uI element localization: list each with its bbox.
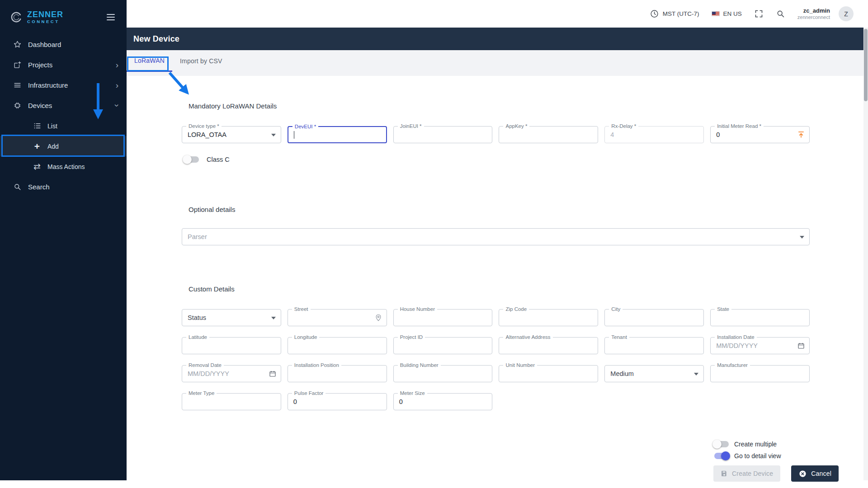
star-icon	[12, 39, 23, 50]
go-to-detail-label: Go to detail view	[734, 452, 781, 460]
installation-date-placeholder: MM/DD/YYYY	[716, 342, 758, 349]
topbar: MST (UTC-7) EN US zc_admin zennerconnect…	[127, 0, 868, 28]
parser-placeholder: Parser	[188, 233, 207, 240]
pulse-factor-field[interactable]: Pulse Factor 0	[288, 393, 387, 410]
devices-icon	[12, 100, 23, 111]
alternative-address-field[interactable]: Alternative Address	[499, 337, 598, 354]
device-type-select[interactable]: Device type * LORA_OTAA	[182, 126, 281, 143]
calendar-icon[interactable]	[797, 342, 805, 350]
tab-lorawan[interactable]: LoRaWAN	[127, 50, 172, 72]
status-select[interactable]: Status	[182, 309, 281, 326]
chevron-down-icon	[271, 134, 276, 136]
create-device-label: Create Device	[732, 470, 773, 477]
sidebar-item-label: Dashboard	[28, 41, 61, 48]
city-field[interactable]: City	[604, 309, 704, 326]
rx-delay-value: 4	[610, 131, 614, 138]
create-multiple-toggle[interactable]	[713, 440, 730, 449]
hamburger-menu-icon[interactable]	[105, 12, 117, 22]
deveui-field[interactable]: DevEUI *	[288, 126, 387, 143]
medium-select[interactable]: Medium	[604, 365, 704, 382]
sidebar-item-dashboard[interactable]: Dashboard	[0, 34, 127, 55]
form-content: Mandatory LoRaWAN Details Device type * …	[182, 102, 810, 410]
removal-date-label: Removal Date	[186, 362, 224, 368]
unit-number-field[interactable]: Unit Number	[499, 365, 598, 382]
upload-icon[interactable]	[797, 131, 805, 139]
custom-field-row-1: Status Street House Number Zip Code City…	[182, 309, 810, 326]
joineui-field[interactable]: JoinEUI *	[393, 126, 493, 143]
device-type-value: LORA_OTAA	[188, 131, 226, 138]
initial-meter-read-value: 0	[716, 131, 720, 138]
user-org: zennerconnect	[797, 14, 830, 21]
page-title: New Device	[133, 34, 179, 44]
tenant-field[interactable]: Tenant	[604, 337, 704, 354]
meter-type-label: Meter Type	[186, 390, 217, 396]
sidebar-item-label: Mass Actions	[47, 163, 85, 170]
chevron-down-icon	[271, 317, 276, 319]
pulse-factor-value: 0	[293, 398, 297, 405]
sidebar-item-mass-actions[interactable]: ⇄ Mass Actions	[0, 156, 127, 177]
cancel-icon	[798, 469, 807, 478]
logo-row: ZENNER CONNECT	[0, 0, 127, 34]
sidebar-item-add[interactable]: + Add	[0, 136, 127, 156]
search-icon[interactable]	[776, 9, 785, 19]
sidebar-item-label: List	[47, 122, 57, 130]
sidebar-item-projects[interactable]: Projects ›	[0, 55, 127, 75]
timezone-label: MST (UTC-7)	[663, 10, 699, 17]
class-c-row: Class C	[182, 155, 810, 164]
sidebar-item-infrastructure[interactable]: Infrastructure ›	[0, 75, 127, 95]
building-number-label: Building Number	[398, 362, 441, 368]
sidebar-item-devices[interactable]: Devices ›	[0, 95, 127, 116]
cancel-button[interactable]: Cancel	[791, 465, 839, 482]
class-c-toggle[interactable]	[184, 155, 200, 164]
timezone-group[interactable]: MST (UTC-7)	[650, 9, 699, 19]
sidebar-item-list[interactable]: List	[0, 116, 127, 136]
location-pin-icon[interactable]	[374, 314, 382, 322]
parser-select[interactable]: Parser	[182, 228, 810, 245]
longitude-field[interactable]: Longitude	[288, 337, 387, 354]
manufacturer-field[interactable]: Manufacturer	[710, 365, 810, 382]
sidebar-item-search[interactable]: Search	[0, 177, 127, 197]
fullscreen-icon[interactable]	[754, 9, 764, 19]
go-to-detail-toggle[interactable]	[713, 451, 730, 460]
appkey-field[interactable]: AppKey *	[499, 126, 598, 143]
sidebar-item-label: Devices	[28, 102, 52, 109]
scrollbar-thumb[interactable]	[864, 29, 868, 101]
installation-position-field[interactable]: Installation Position	[288, 365, 387, 382]
chevron-right-icon: ›	[116, 61, 118, 69]
project-id-field[interactable]: Project ID	[393, 337, 493, 354]
create-multiple-label: Create multiple	[734, 441, 777, 448]
pulse-factor-label: Pulse Factor	[292, 390, 326, 396]
create-device-button[interactable]: Create Device	[713, 465, 780, 482]
meter-size-field[interactable]: Meter Size 0	[393, 393, 493, 410]
brand-name: ZENNER	[27, 10, 63, 19]
list-icon	[32, 121, 42, 131]
state-field[interactable]: State	[710, 309, 810, 326]
deveui-label: DevEUI *	[292, 124, 318, 130]
latitude-field[interactable]: Latitude	[182, 337, 281, 354]
house-number-field[interactable]: House Number	[393, 309, 493, 326]
create-multiple-row: Create multiple	[713, 439, 839, 449]
installation-date-field[interactable]: Installation Date MM/DD/YYYY	[710, 337, 810, 354]
removal-date-field[interactable]: Removal Date MM/DD/YYYY	[182, 365, 281, 382]
brand-wordmark: ZENNER CONNECT	[27, 10, 63, 24]
user-info[interactable]: zc_admin zennerconnect	[797, 7, 830, 21]
tab-bar: LoRaWAN Import by CSV	[127, 50, 868, 76]
status-label: Status	[188, 314, 206, 321]
street-field[interactable]: Street	[288, 309, 387, 326]
section-title-custom: Custom Details	[189, 285, 810, 293]
search-icon	[12, 182, 23, 192]
sidebar-item-label: Projects	[28, 61, 52, 69]
tab-import-csv[interactable]: Import by CSV	[172, 50, 230, 72]
calendar-icon[interactable]	[269, 370, 277, 378]
device-type-label: Device type *	[186, 123, 222, 129]
avatar[interactable]: Z	[839, 6, 854, 21]
city-label: City	[609, 306, 623, 312]
rx-delay-field[interactable]: Rx-Delay * 4	[604, 126, 704, 143]
zip-code-field[interactable]: Zip Code	[499, 309, 598, 326]
meter-type-field[interactable]: Meter Type	[182, 393, 281, 410]
save-icon	[721, 470, 728, 477]
state-label: State	[715, 306, 731, 312]
initial-meter-read-field[interactable]: Initial Meter Read * 0	[710, 126, 810, 143]
locale-group[interactable]: EN US	[712, 10, 742, 17]
building-number-field[interactable]: Building Number	[393, 365, 493, 382]
